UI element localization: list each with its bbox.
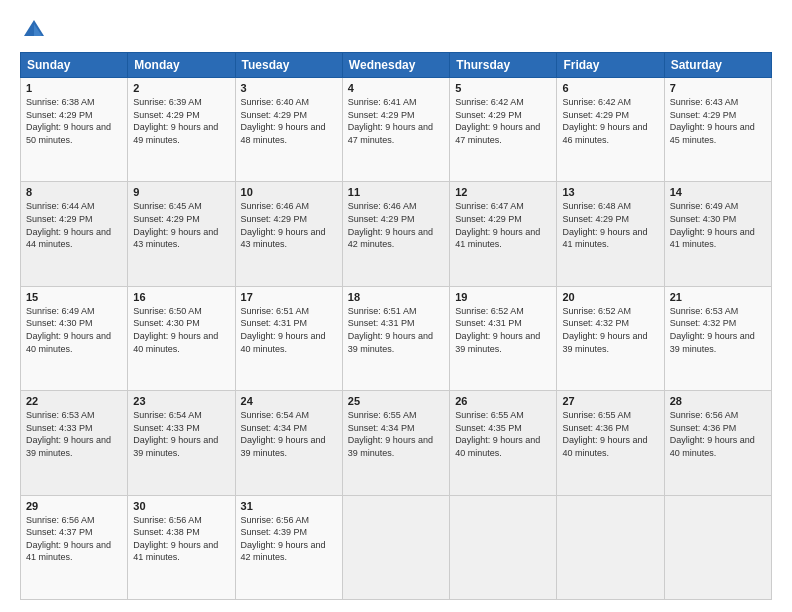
day-detail: Sunrise: 6:38 AMSunset: 4:29 PMDaylight:…: [26, 97, 111, 145]
day-cell: 30 Sunrise: 6:56 AMSunset: 4:38 PMDaylig…: [128, 495, 235, 599]
day-number: 23: [133, 395, 229, 407]
day-detail: Sunrise: 6:46 AMSunset: 4:29 PMDaylight:…: [241, 201, 326, 249]
header-sunday: Sunday: [21, 53, 128, 78]
day-number: 5: [455, 82, 551, 94]
logo-icon: [20, 16, 48, 44]
header: [20, 16, 772, 44]
day-cell: 13 Sunrise: 6:48 AMSunset: 4:29 PMDaylig…: [557, 182, 664, 286]
day-cell: 2 Sunrise: 6:39 AMSunset: 4:29 PMDayligh…: [128, 78, 235, 182]
day-cell: 19 Sunrise: 6:52 AMSunset: 4:31 PMDaylig…: [450, 286, 557, 390]
day-detail: Sunrise: 6:53 AMSunset: 4:33 PMDaylight:…: [26, 410, 111, 458]
day-detail: Sunrise: 6:45 AMSunset: 4:29 PMDaylight:…: [133, 201, 218, 249]
day-cell: 8 Sunrise: 6:44 AMSunset: 4:29 PMDayligh…: [21, 182, 128, 286]
day-detail: Sunrise: 6:48 AMSunset: 4:29 PMDaylight:…: [562, 201, 647, 249]
day-detail: Sunrise: 6:56 AMSunset: 4:39 PMDaylight:…: [241, 515, 326, 563]
day-cell: 14 Sunrise: 6:49 AMSunset: 4:30 PMDaylig…: [664, 182, 771, 286]
day-detail: Sunrise: 6:55 AMSunset: 4:35 PMDaylight:…: [455, 410, 540, 458]
day-cell: 1 Sunrise: 6:38 AMSunset: 4:29 PMDayligh…: [21, 78, 128, 182]
day-number: 28: [670, 395, 766, 407]
day-cell: 16 Sunrise: 6:50 AMSunset: 4:30 PMDaylig…: [128, 286, 235, 390]
day-cell: 9 Sunrise: 6:45 AMSunset: 4:29 PMDayligh…: [128, 182, 235, 286]
day-number: 16: [133, 291, 229, 303]
day-detail: Sunrise: 6:46 AMSunset: 4:29 PMDaylight:…: [348, 201, 433, 249]
day-detail: Sunrise: 6:53 AMSunset: 4:32 PMDaylight:…: [670, 306, 755, 354]
day-detail: Sunrise: 6:42 AMSunset: 4:29 PMDaylight:…: [562, 97, 647, 145]
day-cell: [450, 495, 557, 599]
day-number: 1: [26, 82, 122, 94]
day-number: 15: [26, 291, 122, 303]
header-thursday: Thursday: [450, 53, 557, 78]
day-number: 27: [562, 395, 658, 407]
header-friday: Friday: [557, 53, 664, 78]
day-number: 26: [455, 395, 551, 407]
day-number: 21: [670, 291, 766, 303]
day-detail: Sunrise: 6:54 AMSunset: 4:33 PMDaylight:…: [133, 410, 218, 458]
day-detail: Sunrise: 6:47 AMSunset: 4:29 PMDaylight:…: [455, 201, 540, 249]
week-row-2: 8 Sunrise: 6:44 AMSunset: 4:29 PMDayligh…: [21, 182, 772, 286]
day-detail: Sunrise: 6:51 AMSunset: 4:31 PMDaylight:…: [348, 306, 433, 354]
day-number: 2: [133, 82, 229, 94]
day-detail: Sunrise: 6:42 AMSunset: 4:29 PMDaylight:…: [455, 97, 540, 145]
day-cell: 5 Sunrise: 6:42 AMSunset: 4:29 PMDayligh…: [450, 78, 557, 182]
days-header-row: SundayMondayTuesdayWednesdayThursdayFrid…: [21, 53, 772, 78]
day-detail: Sunrise: 6:56 AMSunset: 4:36 PMDaylight:…: [670, 410, 755, 458]
day-number: 7: [670, 82, 766, 94]
day-detail: Sunrise: 6:55 AMSunset: 4:36 PMDaylight:…: [562, 410, 647, 458]
day-detail: Sunrise: 6:39 AMSunset: 4:29 PMDaylight:…: [133, 97, 218, 145]
day-detail: Sunrise: 6:44 AMSunset: 4:29 PMDaylight:…: [26, 201, 111, 249]
day-number: 6: [562, 82, 658, 94]
day-detail: Sunrise: 6:49 AMSunset: 4:30 PMDaylight:…: [26, 306, 111, 354]
week-row-3: 15 Sunrise: 6:49 AMSunset: 4:30 PMDaylig…: [21, 286, 772, 390]
day-cell: 26 Sunrise: 6:55 AMSunset: 4:35 PMDaylig…: [450, 391, 557, 495]
day-cell: [557, 495, 664, 599]
calendar-page: SundayMondayTuesdayWednesdayThursdayFrid…: [0, 0, 792, 612]
day-cell: 22 Sunrise: 6:53 AMSunset: 4:33 PMDaylig…: [21, 391, 128, 495]
header-monday: Monday: [128, 53, 235, 78]
day-detail: Sunrise: 6:56 AMSunset: 4:38 PMDaylight:…: [133, 515, 218, 563]
day-detail: Sunrise: 6:43 AMSunset: 4:29 PMDaylight:…: [670, 97, 755, 145]
day-detail: Sunrise: 6:50 AMSunset: 4:30 PMDaylight:…: [133, 306, 218, 354]
day-detail: Sunrise: 6:52 AMSunset: 4:32 PMDaylight:…: [562, 306, 647, 354]
day-number: 13: [562, 186, 658, 198]
day-number: 12: [455, 186, 551, 198]
day-cell: 21 Sunrise: 6:53 AMSunset: 4:32 PMDaylig…: [664, 286, 771, 390]
day-number: 17: [241, 291, 337, 303]
day-cell: 17 Sunrise: 6:51 AMSunset: 4:31 PMDaylig…: [235, 286, 342, 390]
day-cell: 6 Sunrise: 6:42 AMSunset: 4:29 PMDayligh…: [557, 78, 664, 182]
day-number: 9: [133, 186, 229, 198]
day-cell: 20 Sunrise: 6:52 AMSunset: 4:32 PMDaylig…: [557, 286, 664, 390]
day-cell: 7 Sunrise: 6:43 AMSunset: 4:29 PMDayligh…: [664, 78, 771, 182]
day-number: 10: [241, 186, 337, 198]
day-cell: 10 Sunrise: 6:46 AMSunset: 4:29 PMDaylig…: [235, 182, 342, 286]
day-cell: 23 Sunrise: 6:54 AMSunset: 4:33 PMDaylig…: [128, 391, 235, 495]
day-cell: 4 Sunrise: 6:41 AMSunset: 4:29 PMDayligh…: [342, 78, 449, 182]
day-number: 20: [562, 291, 658, 303]
day-detail: Sunrise: 6:40 AMSunset: 4:29 PMDaylight:…: [241, 97, 326, 145]
day-cell: 24 Sunrise: 6:54 AMSunset: 4:34 PMDaylig…: [235, 391, 342, 495]
logo: [20, 16, 50, 44]
calendar-table: SundayMondayTuesdayWednesdayThursdayFrid…: [20, 52, 772, 600]
week-row-4: 22 Sunrise: 6:53 AMSunset: 4:33 PMDaylig…: [21, 391, 772, 495]
day-number: 3: [241, 82, 337, 94]
day-number: 30: [133, 500, 229, 512]
day-cell: 29 Sunrise: 6:56 AMSunset: 4:37 PMDaylig…: [21, 495, 128, 599]
day-cell: 15 Sunrise: 6:49 AMSunset: 4:30 PMDaylig…: [21, 286, 128, 390]
day-detail: Sunrise: 6:41 AMSunset: 4:29 PMDaylight:…: [348, 97, 433, 145]
header-tuesday: Tuesday: [235, 53, 342, 78]
day-detail: Sunrise: 6:52 AMSunset: 4:31 PMDaylight:…: [455, 306, 540, 354]
day-number: 25: [348, 395, 444, 407]
day-cell: [342, 495, 449, 599]
day-number: 24: [241, 395, 337, 407]
header-saturday: Saturday: [664, 53, 771, 78]
day-cell: [664, 495, 771, 599]
day-number: 19: [455, 291, 551, 303]
day-detail: Sunrise: 6:55 AMSunset: 4:34 PMDaylight:…: [348, 410, 433, 458]
day-cell: 25 Sunrise: 6:55 AMSunset: 4:34 PMDaylig…: [342, 391, 449, 495]
day-cell: 11 Sunrise: 6:46 AMSunset: 4:29 PMDaylig…: [342, 182, 449, 286]
day-cell: 28 Sunrise: 6:56 AMSunset: 4:36 PMDaylig…: [664, 391, 771, 495]
day-cell: 12 Sunrise: 6:47 AMSunset: 4:29 PMDaylig…: [450, 182, 557, 286]
week-row-5: 29 Sunrise: 6:56 AMSunset: 4:37 PMDaylig…: [21, 495, 772, 599]
day-cell: 18 Sunrise: 6:51 AMSunset: 4:31 PMDaylig…: [342, 286, 449, 390]
day-number: 4: [348, 82, 444, 94]
day-cell: 31 Sunrise: 6:56 AMSunset: 4:39 PMDaylig…: [235, 495, 342, 599]
